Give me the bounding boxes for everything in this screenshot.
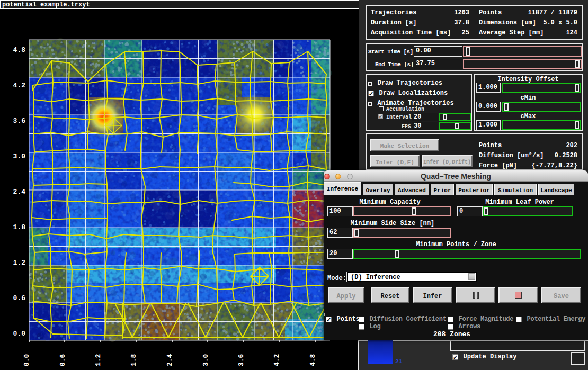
- svg-text:3.6: 3.6: [13, 117, 26, 125]
- svg-text:3.0: 3.0: [13, 152, 26, 160]
- svg-text:2.4: 2.4: [13, 188, 26, 196]
- svg-text:0.0: 0.0: [23, 354, 31, 366]
- svg-text:0.6: 0.6: [13, 294, 26, 302]
- svg-text:1.2: 1.2: [94, 354, 102, 366]
- svg-text:4.2: 4.2: [13, 82, 26, 89]
- svg-text:0.6: 0.6: [59, 354, 67, 366]
- svg-text:0.0: 0.0: [13, 330, 26, 338]
- svg-text:4.8: 4.8: [309, 354, 317, 366]
- svg-text:1.8: 1.8: [130, 354, 138, 366]
- svg-text:3.6: 3.6: [237, 354, 245, 366]
- svg-text:1.2: 1.2: [13, 259, 26, 267]
- svg-text:2.4: 2.4: [166, 354, 174, 366]
- svg-text:1.8: 1.8: [13, 223, 26, 231]
- svg-text:4.2: 4.2: [273, 354, 281, 366]
- svg-text:4.8: 4.8: [13, 46, 26, 54]
- svg-text:3.0: 3.0: [202, 354, 210, 366]
